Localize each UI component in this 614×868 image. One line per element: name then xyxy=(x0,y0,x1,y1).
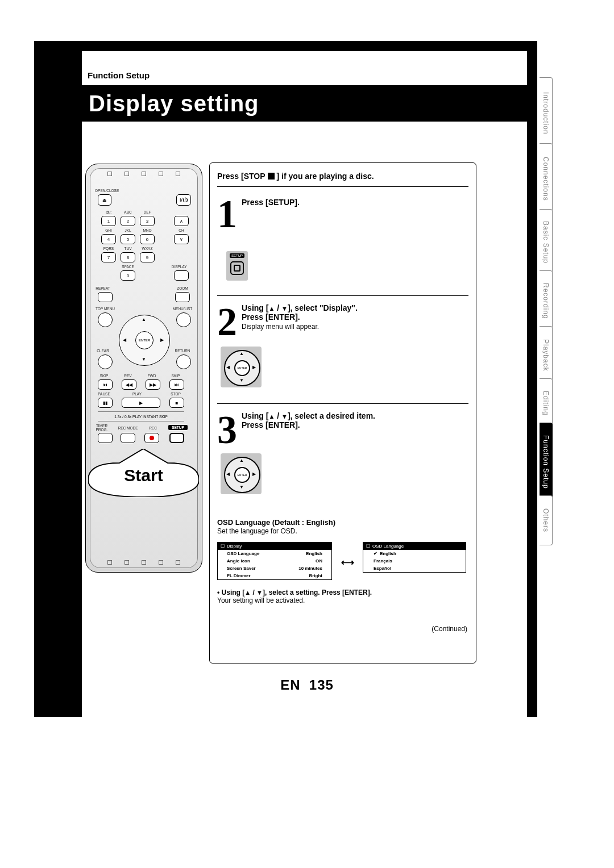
display-menu: ☐Display OSD LanguageEnglish Angle IconO… xyxy=(217,542,332,580)
stop-icon xyxy=(268,173,275,180)
label-open-close: OPEN/CLOSE xyxy=(95,189,112,193)
page-title-band: Display setting xyxy=(82,85,527,122)
ch-up-button[interactable]: ∧ xyxy=(174,216,189,226)
menu-list-button[interactable] xyxy=(176,312,191,327)
pause-button[interactable]: ▮▮ xyxy=(98,398,113,408)
label-fwd: FWD xyxy=(143,374,160,378)
play-button[interactable]: ▶ xyxy=(122,398,160,408)
start-label: Start xyxy=(88,466,199,485)
fwd-button[interactable]: ▶▶ xyxy=(146,379,160,390)
key-3[interactable]: 3 xyxy=(140,216,155,226)
kl-2: ABC xyxy=(119,210,136,214)
label-space: SPACE xyxy=(119,265,136,269)
tab-playback[interactable]: Playback xyxy=(540,326,553,384)
speed-strip: 1.3x / 0.8x PLAY INSTANT SKIP xyxy=(98,411,184,422)
kl-9: WXYZ xyxy=(139,247,156,251)
top-instruction: Press [STOP ] if you are playing a disc. xyxy=(217,172,374,181)
using-line: • Using [▲ / ▼], select a setting. Press… xyxy=(217,589,372,604)
skip-back-button[interactable]: ⏮ xyxy=(98,379,113,390)
tab-others[interactable]: Others xyxy=(540,495,553,545)
top-menu-button[interactable] xyxy=(98,312,113,327)
key-9[interactable]: 9 xyxy=(140,252,155,262)
dpad-diagram-2: ENTER ▲ ▼ ◀ ▶ xyxy=(221,453,262,494)
tab-connections[interactable]: Connections xyxy=(540,143,553,215)
key-8[interactable]: 8 xyxy=(121,252,135,262)
kl-8: TUV xyxy=(119,247,136,251)
key-0[interactable]: 0 xyxy=(121,270,135,281)
label-ch: CH xyxy=(173,228,190,232)
label-rec-mode: REC MODE xyxy=(114,426,142,430)
tab-editing[interactable]: Editing xyxy=(540,378,553,428)
label-play: PLAY xyxy=(123,392,151,396)
frame-left xyxy=(34,41,82,717)
dpad-right-icon: ▶ xyxy=(160,337,164,343)
continued-label: (Continued) xyxy=(432,625,467,633)
tab-recording[interactable]: Recording xyxy=(540,270,553,332)
step-2-note: Display menu will appear. xyxy=(242,323,319,331)
repeat-button[interactable] xyxy=(98,292,113,302)
kl-6: MNO xyxy=(139,228,156,232)
setup-button[interactable] xyxy=(169,433,184,443)
record-dot-icon xyxy=(150,436,154,440)
tab-introduction[interactable]: Introduction xyxy=(540,77,553,149)
kl-3: DEF xyxy=(139,210,156,214)
label-top-menu: TOP MENU xyxy=(91,307,119,311)
label-repeat: REPEAT xyxy=(94,286,111,290)
kl-7: PQRS xyxy=(100,247,117,251)
display-button[interactable] xyxy=(174,270,189,281)
rec-button[interactable] xyxy=(144,433,159,443)
label-zoom: ZOOM xyxy=(174,286,191,290)
osd-language-menu: ☐OSD Language English Français Español xyxy=(363,542,466,573)
key-5[interactable]: 5 xyxy=(121,234,135,244)
label-pause: PAUSE xyxy=(96,392,113,396)
skip-fwd-button[interactable]: ⏭ xyxy=(169,379,184,390)
key-7[interactable]: 7 xyxy=(101,252,116,262)
clear-button[interactable] xyxy=(98,354,113,369)
rev-button[interactable]: ◀◀ xyxy=(122,379,136,390)
frame-right xyxy=(527,41,537,717)
eject-button[interactable]: ⏏ xyxy=(98,194,111,206)
label-rec: REC xyxy=(144,426,161,430)
step-1-number: 1 xyxy=(217,194,237,234)
return-button[interactable] xyxy=(176,354,191,369)
power-button[interactable]: I/⏻ xyxy=(176,194,191,206)
frame-top xyxy=(34,41,537,51)
label-stop: STOP xyxy=(167,392,184,396)
page-footer: EN 135 xyxy=(0,677,614,693)
key-6[interactable]: 6 xyxy=(140,234,155,244)
double-arrow-icon: ⟷ xyxy=(341,557,354,567)
kl-4: GHI xyxy=(100,228,117,232)
label-skip-back: SKIP xyxy=(96,374,113,378)
start-callout: Start xyxy=(88,449,199,497)
dpad-left-icon: ◀ xyxy=(123,337,126,343)
zoom-button[interactable] xyxy=(175,292,190,302)
tab-basic-setup[interactable]: Basic Setup xyxy=(540,209,553,276)
label-timer-prog: TIMER PROG. xyxy=(93,424,110,432)
remote-top-dots xyxy=(107,172,180,176)
ch-down-button[interactable]: ∨ xyxy=(174,234,189,244)
timer-prog-button[interactable] xyxy=(98,433,113,443)
enter-button[interactable]: ENTER xyxy=(135,331,154,349)
remote-bottom-dots xyxy=(107,560,180,565)
page-title: Display setting xyxy=(89,91,259,116)
remote-illustration: OPEN/CLOSE ⏏ I/⏻ @/: ABC DEF 1 2 3 ∧ GHI… xyxy=(85,164,202,573)
key-1[interactable]: 1 xyxy=(101,216,116,226)
kl-5: JKL xyxy=(119,228,136,232)
label-display: DISPLAY xyxy=(171,265,188,269)
step-3-number: 3 xyxy=(217,410,237,450)
stop-button[interactable]: ■ xyxy=(169,398,184,408)
setup-button-diagram: SETUP xyxy=(226,251,248,281)
key-4[interactable]: 4 xyxy=(101,234,116,244)
step-2-number: 2 xyxy=(217,302,237,342)
dpad-down-icon: ▼ xyxy=(142,357,146,362)
instruction-panel: Press [STOP ] if you are playing a disc.… xyxy=(209,165,476,659)
tab-function-setup[interactable]: Function Setup xyxy=(540,423,553,501)
key-2[interactable]: 2 xyxy=(121,216,135,226)
osd-heading: OSD Language (Default : English) Set the… xyxy=(217,518,335,535)
dpad-diagram-1: ENTER ▲ ▼ ◀ ▶ xyxy=(221,347,262,387)
label-rev: REV xyxy=(119,374,136,378)
label-menu-list: MENU/LIST xyxy=(168,307,197,311)
label-return: RETURN xyxy=(174,349,191,353)
rec-mode-button[interactable] xyxy=(121,433,135,443)
step-1-text: Press [SETUP]. xyxy=(242,198,300,207)
